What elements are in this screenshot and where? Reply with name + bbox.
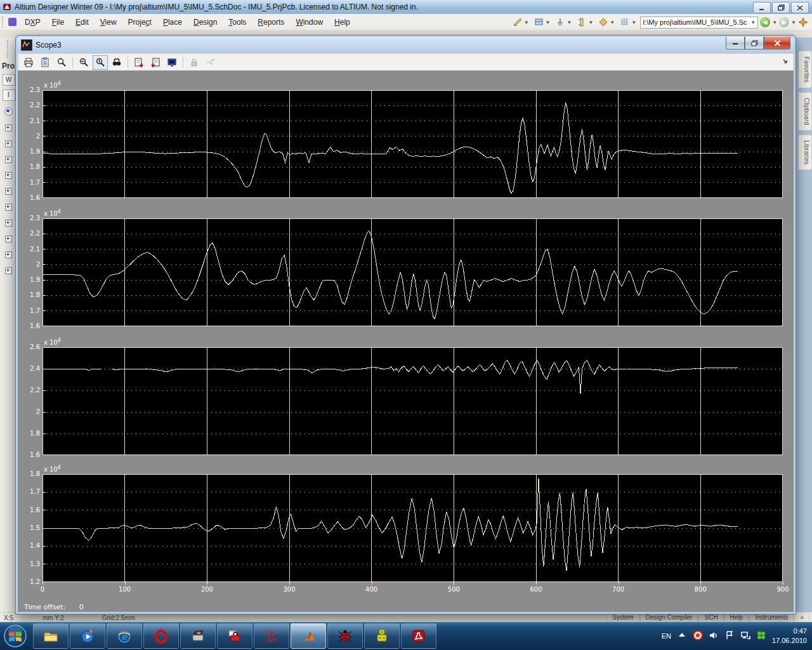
tree-expand-icon[interactable]: [5, 124, 12, 131]
y-tick-label: 2.6: [19, 343, 40, 350]
lock-axes-icon: [189, 57, 199, 67]
x-tick-label: 400: [361, 586, 383, 593]
tree-expand-icon[interactable]: [5, 251, 12, 258]
panel-tab-clipboard[interactable]: Clipboard: [798, 92, 812, 131]
x-tick-mark: [700, 582, 701, 585]
menu-item-help[interactable]: Help: [329, 16, 356, 29]
back-button[interactable]: ◀: [760, 17, 770, 27]
language-indicator[interactable]: EN: [662, 632, 671, 640]
acrobat-taskbar-button[interactable]: [401, 623, 436, 649]
power-port-dropdown[interactable]: ▼: [553, 17, 573, 28]
programmer-icon: [190, 628, 206, 644]
explorer-taskbar-button[interactable]: [33, 623, 69, 649]
time-offset-label: Time offset:: [24, 603, 65, 611]
part-dropdown[interactable]: ▼: [575, 17, 595, 28]
matlab-taskbar-button[interactable]: [291, 623, 326, 649]
scope-restore-button[interactable]: [745, 37, 764, 50]
tree-expand-icon[interactable]: [5, 220, 12, 227]
zoom-x-button[interactable]: [76, 55, 91, 70]
signal-selection-button[interactable]: [203, 55, 218, 70]
chevron-down-icon[interactable]: ▼: [750, 20, 756, 25]
toolbar-separator: [72, 56, 73, 68]
menu-item-dxp[interactable]: DXP: [19, 16, 46, 29]
lock-axes-button[interactable]: [187, 55, 202, 70]
menu-item-view[interactable]: View: [95, 16, 122, 29]
opera-icon: [154, 628, 169, 644]
opera-taskbar-button[interactable]: [143, 623, 179, 649]
scope-titlebar[interactable]: Scope3: [17, 37, 794, 53]
project-button[interactable]: I: [3, 90, 15, 101]
tree-expand-icon[interactable]: [5, 188, 12, 195]
floating-scope-button[interactable]: [164, 55, 180, 70]
volume-tray-button[interactable]: [709, 630, 719, 642]
cvavr-taskbar-button[interactable]: CVAVR: [254, 623, 289, 649]
zoom-button[interactable]: [54, 55, 69, 70]
restore-axes-button[interactable]: [148, 55, 163, 70]
tree-expand-icon[interactable]: [5, 204, 12, 211]
drawing-tools-dropdown[interactable]: ▼: [511, 17, 531, 28]
scope-axes-2[interactable]: x 1042.32.22.121.91.81.71.6: [43, 218, 783, 326]
chevron-down-icon: ▼: [610, 20, 615, 25]
net-label-dropdown[interactable]: ▼: [596, 17, 617, 28]
altium-close-button[interactable]: [791, 2, 809, 13]
menu-item-file[interactable]: File: [46, 16, 70, 29]
ladybug-taskbar-button[interactable]: [327, 623, 363, 649]
y-tick-label: 1.2: [19, 578, 40, 585]
print-button[interactable]: [21, 55, 36, 70]
tree-expand-icon[interactable]: [5, 235, 12, 242]
tree-expand-icon[interactable]: [5, 267, 12, 274]
home-icon[interactable]: [798, 17, 808, 27]
media-player-taskbar-button[interactable]: [70, 623, 105, 649]
toolbar-overflow-icon[interactable]: [783, 58, 789, 64]
menu-item-edit[interactable]: Edit: [70, 16, 95, 29]
panel-tab-libraries[interactable]: Libraries: [798, 135, 812, 170]
y-tick-label: 2.3: [19, 86, 40, 93]
tray-green-tray-button[interactable]: [756, 630, 766, 642]
sheet-symbol-dropdown[interactable]: ▼: [532, 17, 553, 28]
toolbox-taskbar-button[interactable]: [217, 623, 252, 649]
tree-expand-icon[interactable]: [5, 156, 12, 163]
menu-item-project[interactable]: Project: [122, 16, 157, 29]
menu-item-place[interactable]: Place: [157, 16, 188, 29]
forward-dropdown-icon[interactable]: ▼: [791, 20, 796, 25]
scope-minimize-button[interactable]: [726, 37, 745, 50]
scope-axes-1[interactable]: x 1042.32.22.121.91.81.71.6: [43, 90, 783, 198]
network-tray-button[interactable]: [740, 630, 750, 642]
start-button[interactable]: [2, 623, 29, 649]
status-tabs-overflow[interactable]: »: [794, 613, 809, 621]
taskbar-clock[interactable]: 0:47 17.06.2010: [772, 627, 809, 646]
panel-grip[interactable]: [7, 40, 11, 58]
zoom-y-button[interactable]: [93, 55, 108, 70]
altium-minimize-button[interactable]: [753, 2, 771, 13]
menu-item-design[interactable]: Design: [188, 16, 223, 29]
radio-button[interactable]: [4, 107, 13, 116]
matlab-icon: [301, 628, 316, 644]
tray-red-tray-button[interactable]: [693, 630, 703, 642]
back-dropdown-icon[interactable]: ▼: [772, 20, 777, 25]
forward-button[interactable]: ▶: [779, 17, 789, 27]
robot-taskbar-button[interactable]: [364, 623, 400, 649]
document-path-combo[interactable]: I:\My proj\altium\IMU_5\IMU_5.Sc ▼: [640, 17, 758, 29]
hiddens-arrow-icon-tray-button[interactable]: [677, 630, 687, 642]
save-axes-button[interactable]: [131, 55, 147, 70]
autoscale-binoculars-button[interactable]: [109, 55, 124, 70]
scope-axes-4[interactable]: x 1041.81.71.61.51.41.31.2: [43, 474, 783, 582]
panel-tab-favorites[interactable]: Favorites: [798, 51, 812, 88]
y-tick-label: 2: [19, 408, 40, 415]
programmer-taskbar-button[interactable]: [180, 623, 216, 649]
tree-expand-icon[interactable]: [5, 172, 12, 179]
workspace-button[interactable]: W: [3, 74, 15, 86]
parameters-button[interactable]: [37, 55, 53, 70]
grid-dropdown[interactable]: ▼: [618, 17, 638, 28]
scope-close-button[interactable]: [764, 37, 790, 50]
y-tick-label: 1.9: [19, 148, 40, 155]
scope-axes-3[interactable]: x 1042.62.42.221.81.6: [43, 347, 783, 455]
toolbar-grip[interactable]: [2, 17, 6, 27]
action-center-flag-tray-button[interactable]: [724, 630, 735, 642]
internet-explorer-taskbar-button[interactable]: e: [107, 623, 142, 649]
altium-maximize-button[interactable]: [772, 2, 790, 13]
tree-expand-icon[interactable]: [5, 140, 12, 147]
menu-item-tools[interactable]: Tools: [223, 16, 252, 29]
menu-item-window[interactable]: Window: [290, 16, 329, 29]
menu-item-reports[interactable]: Reports: [252, 16, 290, 29]
